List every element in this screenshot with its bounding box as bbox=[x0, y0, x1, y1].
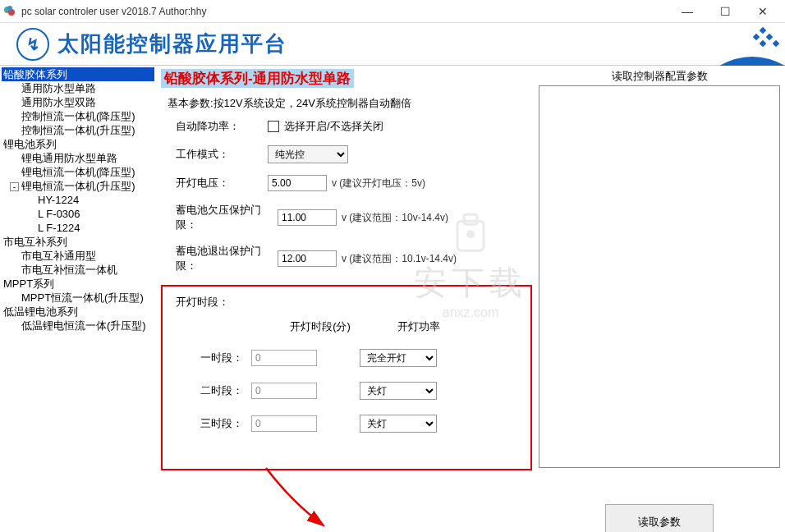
on-voltage-input[interactable] bbox=[268, 175, 327, 191]
window-controls: — ☐ ✕ bbox=[668, 0, 782, 23]
tree-child-item[interactable]: -锂电恒流一体机(升压型) bbox=[2, 179, 154, 193]
period-row: 一时段：完全开灯 bbox=[176, 349, 517, 367]
svg-rect-4 bbox=[766, 34, 773, 40]
tree-expander-icon[interactable]: - bbox=[10, 182, 19, 191]
tree-child-item[interactable]: 市电互补通用型 bbox=[2, 249, 154, 263]
period-row: 二时段：关灯 bbox=[176, 382, 517, 400]
tree-grandchild-item[interactable]: L F-0306 bbox=[2, 207, 154, 221]
tree-grandchild-item[interactable]: HY-1224 bbox=[2, 193, 154, 207]
tree-child-item[interactable]: 通用防水型双路 bbox=[2, 95, 154, 109]
tree-root-item[interactable]: 铅酸胶体系列 bbox=[2, 67, 154, 81]
undervolt-input[interactable] bbox=[278, 209, 337, 226]
tree-child-item[interactable]: 锂电恒流一体机(降压型) bbox=[2, 165, 154, 179]
work-mode-select[interactable]: 纯光控 bbox=[268, 145, 348, 163]
header-banner: ↯ 太阳能控制器应用平台 bbox=[0, 23, 785, 66]
work-mode-label: 工作模式： bbox=[176, 147, 268, 162]
svg-rect-3 bbox=[760, 27, 766, 34]
tree-child-item[interactable]: MPPT恒流一体机(升压型) bbox=[2, 291, 154, 305]
window-title: pc solar controler user v2018.7 Author:h… bbox=[21, 6, 668, 17]
exit-input[interactable] bbox=[278, 250, 337, 267]
tree-child-item[interactable]: 控制恒流一体机(升压型) bbox=[2, 123, 154, 137]
period-power-select[interactable]: 完全开灯 bbox=[360, 349, 437, 367]
minimize-button[interactable]: — bbox=[668, 0, 706, 23]
tree-child-item[interactable]: 锂电通用防水型单路 bbox=[2, 151, 154, 165]
params-note: 基本参数:按12V系统设定，24V系统控制器自动翻倍 bbox=[168, 96, 532, 111]
tree-root-item[interactable]: 市电互补系列 bbox=[2, 235, 154, 249]
period-label: 三时段： bbox=[176, 416, 251, 431]
period-minutes-input[interactable] bbox=[251, 383, 317, 399]
form-panel: 铅酸胶体系列-通用防水型单路 基本参数:按12V系统设定，24V系统控制器自动翻… bbox=[161, 69, 532, 529]
undervolt-label: 蓄电池欠压保护门限： bbox=[176, 203, 278, 232]
svg-rect-7 bbox=[760, 40, 766, 47]
on-voltage-hint: v (建议开灯电压：5v) bbox=[332, 177, 425, 190]
breadcrumb: 铅酸胶体系列-通用防水型单路 bbox=[161, 69, 354, 88]
app-icon bbox=[3, 5, 16, 18]
svg-rect-5 bbox=[753, 34, 760, 40]
exit-label: 蓄电池退出保护门限： bbox=[176, 244, 278, 273]
right-panel-title: 读取控制器配置参数 bbox=[539, 69, 780, 84]
tree-child-item[interactable]: 市电互补恒流一体机 bbox=[2, 263, 154, 277]
sidebar-tree: 铅酸胶体系列通用防水型单路通用防水型双路控制恒流一体机(降压型)控制恒流一体机(… bbox=[0, 66, 156, 532]
auto-power-checkbox[interactable] bbox=[268, 121, 279, 132]
tree-grandchild-item[interactable]: L F-1224 bbox=[2, 221, 154, 235]
period-minutes-input[interactable] bbox=[251, 350, 317, 366]
on-voltage-label: 开灯电压： bbox=[176, 176, 268, 190]
col-power-header: 开灯功率 bbox=[370, 319, 468, 334]
schedule-box: 开灯时段： 开灯时段(分) 开灯功率 一时段：完全开灯二时段：关灯三时段：关灯 bbox=[161, 285, 532, 470]
undervolt-hint: v (建议范围：10v-14.4v) bbox=[342, 211, 448, 225]
col-time-header: 开灯时段(分) bbox=[271, 319, 370, 334]
period-label: 一时段： bbox=[176, 351, 251, 365]
titlebar: pc solar controler user v2018.7 Author:h… bbox=[0, 0, 785, 23]
period-power-select[interactable]: 关灯 bbox=[360, 415, 437, 433]
tree-root-item[interactable]: 锂电池系列 bbox=[2, 137, 154, 151]
svg-rect-6 bbox=[773, 40, 779, 47]
period-row: 三时段：关灯 bbox=[176, 415, 517, 433]
auto-power-label: 自动降功率： bbox=[176, 119, 268, 134]
schedule-title: 开灯时段： bbox=[176, 295, 517, 310]
period-minutes-input[interactable] bbox=[251, 415, 317, 432]
banner-title: 太阳能控制器应用平台 bbox=[57, 30, 287, 58]
auto-power-text: 选择开启/不选择关闭 bbox=[284, 119, 383, 134]
right-panel: 读取控制器配置参数 读取参数 bbox=[539, 69, 780, 529]
exit-hint: v (建议范围：10.1v-14.4v) bbox=[342, 252, 457, 266]
svg-point-2 bbox=[7, 6, 12, 11]
period-label: 二时段： bbox=[176, 383, 251, 398]
tree-child-item[interactable]: 控制恒流一体机(降压型) bbox=[2, 109, 154, 123]
tree-child-item[interactable]: 通用防水型单路 bbox=[2, 81, 154, 95]
period-power-select[interactable]: 关灯 bbox=[360, 382, 437, 400]
corner-decoration bbox=[719, 23, 785, 66]
tree-child-item[interactable]: 低温锂电恒流一体(升压型) bbox=[2, 319, 154, 332]
tree-root-item[interactable]: MPPT系列 bbox=[2, 277, 154, 291]
read-params-button[interactable]: 读取参数 bbox=[605, 504, 714, 532]
output-textarea[interactable] bbox=[539, 85, 780, 468]
tree-root-item[interactable]: 低温锂电池系列 bbox=[2, 305, 154, 319]
arrow-annotation bbox=[259, 461, 342, 527]
logo-icon: ↯ bbox=[16, 28, 49, 61]
maximize-button[interactable]: ☐ bbox=[706, 0, 744, 23]
close-button[interactable]: ✕ bbox=[744, 0, 782, 23]
